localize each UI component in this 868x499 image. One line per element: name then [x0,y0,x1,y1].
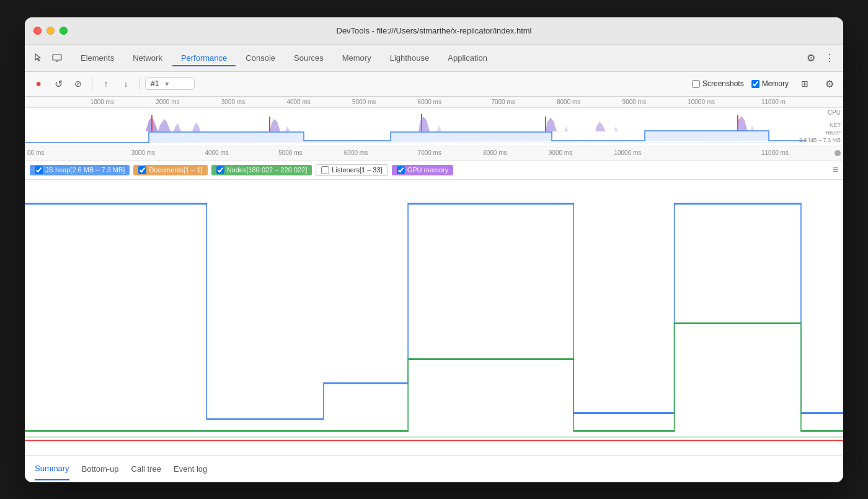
listeners-label: Listeners[1 – 33] [332,166,382,174]
record-button[interactable]: ● [30,75,47,92]
devtools-settings-button[interactable]: ⚙ [802,49,820,66]
ruler-7000ms: 7000 ms [418,149,441,156]
tab-bottom-up[interactable]: Bottom-up [82,458,119,480]
device-toggle-btn[interactable] [48,49,66,66]
nodes-label: Nodes[180 022 – 220 022] [227,166,308,174]
overview-content[interactable]: CPU NETHEAP2.6 MB – 7.3 MB [25,108,843,146]
nodes-checkbox[interactable] [216,166,224,174]
listeners-checkbox[interactable] [321,166,329,174]
toolbar: ● ↺ ⊘ ↑ ↓ #1 ▼ Screenshots Memory ⊞ ⚙ [25,72,843,97]
ruler-9000ms: 9000 ms [549,149,572,156]
upload-button[interactable]: ↑ [97,75,115,92]
tick-10000ms: 10000 ms [688,99,715,105]
devtools-window: DevTools - file:///Users/stmarthe/x-repl… [25,17,843,482]
documents-checkbox[interactable] [138,166,146,174]
tab-performance[interactable]: Performance [172,50,236,66]
minimize-button[interactable] [46,27,55,35]
memory-check[interactable]: Memory [751,79,789,88]
tabbar: Elements Network Performance Console Sou… [25,45,843,72]
legend-listeners[interactable]: Listeners[1 – 33] [316,164,388,176]
js-heap-checkbox[interactable] [35,166,43,174]
inspect-icon-btn[interactable] [30,49,47,66]
overview-panel: 1000 ms 2000 ms 3000 ms 4000 ms 5000 ms … [25,97,843,146]
tick-7000ms: 7000 ms [491,99,515,105]
performance-settings-button[interactable]: ⚙ [821,75,838,92]
tick-2000ms: 2000 ms [156,99,179,105]
devtools-more-button[interactable]: ⋮ [821,49,838,66]
profile-value: #1 [151,79,159,88]
legend-documents[interactable]: Documents[1 – 1] [133,165,207,175]
screenshots-label: Screenshots [702,79,744,88]
cpu-label: CPU [828,109,841,116]
ruler-6000ms: 6000 ms [344,149,368,156]
memory-chart-svg [25,180,843,455]
ruler-3000ms: 3000 ms [131,149,155,156]
clear-button[interactable]: ⊘ [69,75,87,92]
legend-nodes[interactable]: Nodes[180 022 – 220 022] [211,165,312,175]
timeline-area: 00 ms 3000 ms 4000 ms 5000 ms 6000 ms 70… [25,146,843,455]
tab-network[interactable]: Network [124,50,171,66]
ruler-0ms: 00 ms [27,149,44,156]
separator-1 [92,77,92,90]
titlebar: DevTools - file:///Users/stmarthe/x-repl… [25,17,843,45]
tab-sources[interactable]: Sources [285,50,332,66]
legend-menu-button[interactable]: ≡ [833,164,838,175]
bottom-tabs: Summary Bottom-up Call tree Event log [25,455,843,482]
js-heap-label: JS heap[2.6 MB – 7.3 MB] [45,166,125,174]
tabbar-icons [30,49,66,66]
toolbar-checks: Screenshots Memory ⊞ [692,75,813,92]
tick-5000ms: 5000 ms [352,99,376,105]
tab-call-tree[interactable]: Call tree [131,458,161,480]
tab-event-log[interactable]: Event log [174,458,207,480]
timeline-ruler: 00 ms 3000 ms 4000 ms 5000 ms 6000 ms 70… [25,146,843,161]
gpu-memory-label: GPU memory [407,166,449,174]
legend-js-heap[interactable]: JS heap[2.6 MB – 7.3 MB] [30,165,130,175]
memory-chart-area[interactable] [25,180,843,455]
tick-3000ms: 3000 ms [221,99,245,105]
download-button[interactable]: ↓ [117,75,135,92]
maximize-button[interactable] [60,27,68,35]
collect-garbage-button[interactable]: ⊞ [796,75,813,92]
ruler-5000ms: 5000 ms [278,149,302,156]
ruler-4000ms: 4000 ms [205,149,228,156]
svg-rect-0 [53,55,61,60]
separator-2 [140,77,140,90]
legend-gpu-memory[interactable]: GPU memory [392,165,454,175]
legend-bar: JS heap[2.6 MB – 7.3 MB] Documents[1 – 1… [25,161,843,180]
tab-application[interactable]: Application [439,50,496,66]
heap-label: NETHEAP2.6 MB – 7.3 MB [799,122,841,144]
device-icon [52,53,62,63]
chevron-down-icon: ▼ [164,81,170,87]
documents-label: Documents[1 – 1] [149,166,202,174]
ruler-8000ms: 8000 ms [483,149,507,156]
tick-9000ms: 9000 ms [622,99,646,105]
tick-8000ms: 8000 ms [557,99,580,105]
tab-summary[interactable]: Summary [35,457,69,480]
close-button[interactable] [33,27,42,35]
cursor-icon [33,53,43,63]
horizontal-scrollbar[interactable] [835,150,841,156]
reload-button[interactable]: ↺ [50,75,67,92]
tick-4000ms: 4000 ms [286,99,310,105]
window-title: DevTools - file:///Users/stmarthe/x-repl… [337,26,532,35]
tick-11000ms: 11000 m [761,99,786,105]
memory-label: Memory [762,79,789,88]
tick-1000ms: 1000 ms [91,99,114,105]
tab-elements[interactable]: Elements [72,50,123,66]
profile-select[interactable]: #1 ▼ [145,77,195,90]
memory-checkbox[interactable] [751,80,760,88]
tab-memory[interactable]: Memory [334,50,380,66]
ruler-10000ms: 10000 ms [614,149,641,156]
ruler-11000ms: 11000 ms [761,149,789,156]
tab-console[interactable]: Console [237,50,284,66]
traffic-lights [33,27,68,35]
heap-overview-chart [25,127,809,146]
gpu-memory-checkbox[interactable] [397,166,405,174]
screenshots-checkbox[interactable] [692,80,700,88]
tick-6000ms: 6000 ms [418,99,441,105]
tab-lighthouse[interactable]: Lighthouse [381,50,438,66]
overview-ruler: 1000 ms 2000 ms 3000 ms 4000 ms 5000 ms … [25,97,843,108]
svg-rect-1 [56,61,58,62]
screenshots-check[interactable]: Screenshots [692,79,744,88]
